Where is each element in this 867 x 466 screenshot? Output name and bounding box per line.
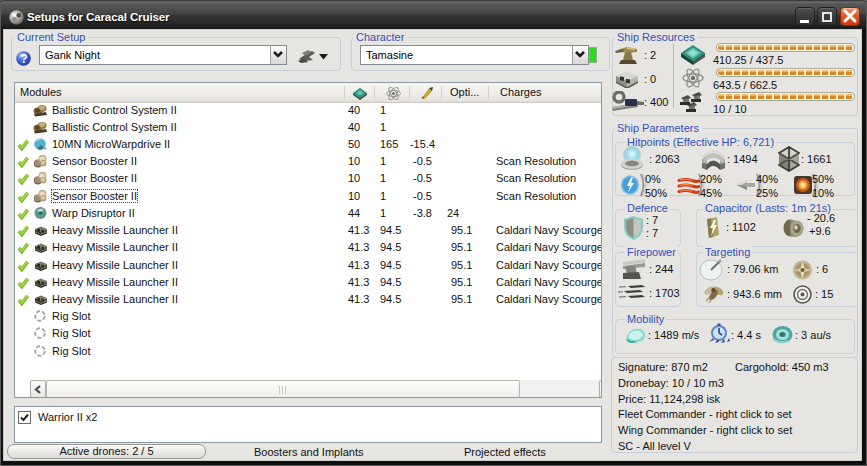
svg-text:?: ? (20, 52, 27, 66)
